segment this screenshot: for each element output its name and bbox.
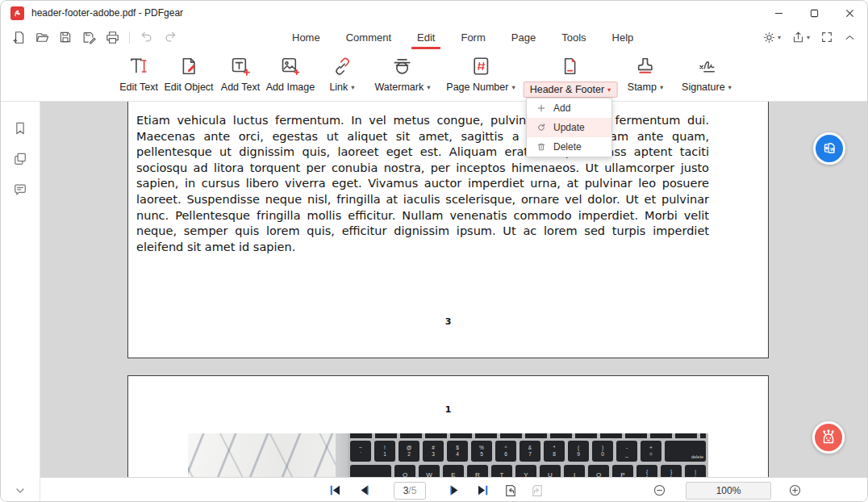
dropdown-caret-icon: ▾ [660, 83, 663, 91]
keyboard-key: Y [515, 465, 536, 477]
ai-assistant-button[interactable] [812, 421, 845, 454]
tab-edit[interactable]: Edit [410, 25, 442, 49]
header-footer-dropdown-menu: Add Update Delete [526, 98, 612, 157]
pdf-page-4: 1 ~`!1@2#3$4%5^6&7*8(9)0-_+=delete QWERT… [127, 375, 769, 477]
dropdown-caret-icon: ▾ [511, 83, 515, 91]
keyboard-letter-row: QWERTYUIOP{[}]|\ [350, 465, 706, 477]
keyboard-key: (9 [568, 441, 589, 462]
menu-item-update[interactable]: Update [527, 118, 611, 137]
save-as-icon[interactable] [81, 29, 97, 45]
ribbon-tabs: Home Comment Edit Form Page Tools Help [285, 25, 641, 49]
close-button[interactable] [832, 1, 867, 25]
first-page-button[interactable] [328, 478, 342, 502]
theme-button[interactable]: ▾ [762, 31, 781, 44]
tab-page[interactable]: Page [504, 25, 543, 49]
marble-surface [188, 433, 336, 477]
collapse-ribbon-button[interactable] [844, 31, 856, 44]
pdfgear-logo-icon [10, 6, 24, 20]
tab-help[interactable]: Help [605, 25, 641, 49]
title-bar: header-footer-adobe.pdf - PDFgear [1, 1, 867, 25]
keyboard-key: |\ [685, 465, 706, 477]
quick-access-toolbar [10, 25, 178, 49]
new-file-icon[interactable] [10, 29, 27, 45]
keyboard-key: E [443, 465, 464, 477]
zoom-level-value: 100% [716, 485, 741, 496]
previous-page-icon [357, 483, 371, 497]
total-pages-label: /5 [408, 485, 416, 496]
keyboard-key: O [588, 465, 609, 477]
keyboard-key: #3 [423, 441, 444, 462]
plus-icon [536, 103, 547, 113]
header-footer-button[interactable]: Header & Footer▾ [524, 56, 618, 98]
next-view-button[interactable] [530, 478, 545, 502]
quick-access-separator [129, 31, 130, 44]
svg-text:W: W [830, 147, 835, 152]
laptop-edge [336, 433, 348, 477]
keyboard-key: {[ [636, 465, 657, 477]
keyboard-key: &7 [520, 441, 540, 462]
open-file-icon[interactable] [34, 29, 50, 45]
edit-object-button[interactable]: Edit Object [164, 56, 213, 93]
document-viewport[interactable]: Etiam vehicula luctus fermentum. In vel … [40, 102, 867, 477]
menu-item-add[interactable]: Add [527, 98, 611, 118]
zoom-in-button[interactable] [788, 478, 802, 502]
maximize-button[interactable] [796, 1, 832, 25]
add-image-button[interactable]: Add Image [266, 56, 315, 93]
tab-home[interactable]: Home [285, 25, 328, 49]
last-page-icon [476, 483, 490, 497]
link-icon [332, 56, 353, 77]
last-page-button[interactable] [476, 478, 490, 502]
robot-icon [819, 428, 838, 447]
pages-panel-button[interactable] [1, 144, 40, 174]
keyboard-key [350, 465, 391, 477]
zoom-out-button[interactable] [653, 478, 666, 502]
tab-comment[interactable]: Comment [339, 25, 399, 49]
page-number-button[interactable]: Page Number▾ [446, 56, 515, 93]
previous-view-button[interactable] [503, 478, 518, 502]
menu-item-delete[interactable]: Delete [527, 137, 611, 157]
refresh-icon [536, 123, 547, 132]
watermark-button[interactable]: Watermark▾ [375, 56, 431, 93]
undo-icon[interactable] [139, 29, 155, 45]
next-page-icon [448, 483, 461, 497]
dropdown-caret-icon: ▾ [728, 83, 732, 91]
fullscreen-button[interactable] [820, 31, 833, 44]
chevron-down-icon [14, 484, 27, 497]
redo-icon[interactable] [162, 29, 178, 45]
zoom-level-control[interactable]: 100% [686, 478, 771, 502]
share-button[interactable]: ▾ [791, 31, 810, 44]
current-page-value: 3 [403, 485, 409, 496]
dropdown-caret-icon: ▾ [607, 86, 611, 94]
sidebar-collapse-button[interactable] [1, 484, 40, 497]
signature-button[interactable]: Signature▾ [682, 56, 732, 93]
next-page-button[interactable] [448, 478, 461, 502]
bookmark-icon [12, 120, 28, 136]
print-icon[interactable] [104, 29, 120, 45]
edit-object-icon [178, 56, 199, 77]
comment-icon [12, 182, 28, 198]
stamp-button[interactable]: Stamp▾ [628, 56, 663, 93]
keyboard-key: %5 [471, 441, 492, 462]
convert-to-word-button[interactable]: W [813, 132, 845, 165]
comments-panel-button[interactable] [1, 174, 40, 205]
keyboard-key: ^6 [495, 441, 516, 462]
previous-view-icon [503, 483, 518, 498]
save-icon[interactable] [57, 29, 73, 45]
page-number-icon [470, 56, 491, 77]
bookmarks-panel-button[interactable] [1, 113, 40, 144]
keyboard-key: *8 [544, 441, 565, 462]
add-image-icon [280, 56, 301, 77]
previous-page-button[interactable] [357, 478, 371, 502]
page-number-input[interactable]: 3/5 [394, 478, 426, 502]
tab-tools[interactable]: Tools [554, 25, 593, 49]
edit-text-button[interactable]: Edit Text [119, 56, 158, 93]
window-title: header-footer-adobe.pdf - PDFgear [31, 7, 183, 19]
keyboard-key: += [641, 441, 661, 462]
link-button[interactable]: Link▾ [329, 56, 354, 93]
watermark-icon [392, 56, 413, 77]
window-controls [761, 1, 867, 25]
keyboard-key: )0 [592, 441, 613, 462]
add-text-button[interactable]: Add Text [221, 56, 260, 93]
minimize-button[interactable] [761, 1, 796, 25]
tab-form[interactable]: Form [453, 25, 492, 49]
